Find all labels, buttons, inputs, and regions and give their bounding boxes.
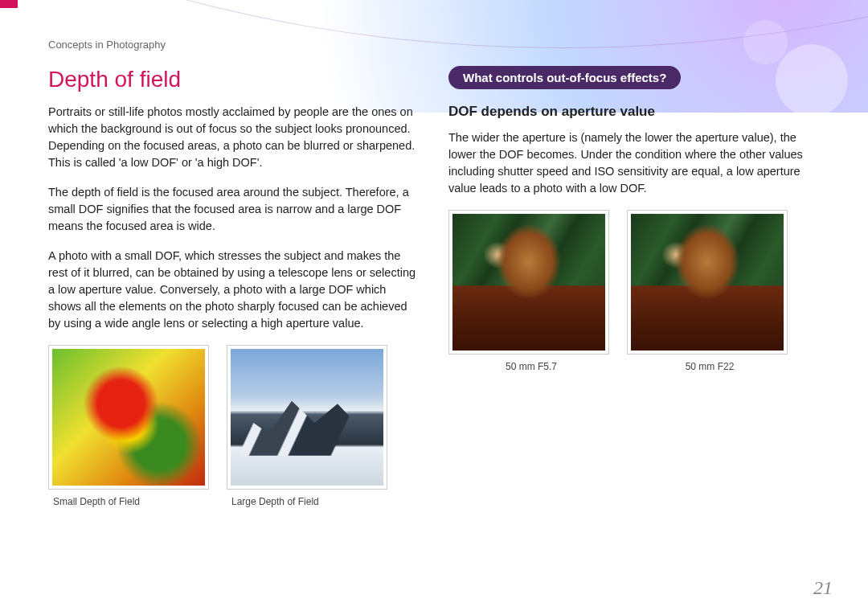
body-paragraph: The depth of field is the focused area a… — [48, 184, 420, 235]
figure-large-dof: Large Depth of Field — [227, 345, 387, 507]
left-gallery: Small Depth of Field Large Depth of Fiel… — [48, 345, 420, 507]
body-paragraph: The wider the aperture is (namely the lo… — [448, 129, 820, 197]
tulip-image — [52, 349, 205, 486]
subheading: DOF depends on aperture value — [448, 104, 820, 120]
right-gallery: 50 mm F5.7 50 mm F22 — [448, 210, 820, 372]
image-frame — [627, 210, 788, 355]
grinder-image-deep — [631, 214, 784, 351]
figure-aperture-f22: 50 mm F22 — [627, 210, 788, 372]
image-frame — [448, 210, 609, 355]
page-number: 21 — [813, 577, 833, 599]
page-title: Depth of field — [48, 67, 420, 92]
image-caption: 50 mm F5.7 — [448, 361, 609, 372]
image-frame — [48, 345, 209, 490]
image-caption: 50 mm F22 — [627, 361, 788, 372]
figure-small-dof: Small Depth of Field — [48, 345, 209, 507]
body-paragraph: Portraits or still-life photos mostly ac… — [48, 104, 420, 171]
figure-aperture-f57: 50 mm F5.7 — [448, 210, 609, 372]
mountain-image — [231, 349, 383, 486]
left-column: Concepts in Photography Depth of field P… — [48, 39, 420, 507]
image-caption: Large Depth of Field — [227, 496, 387, 507]
section-pill: What controls out-of-focus effects? — [448, 66, 681, 89]
image-caption: Small Depth of Field — [48, 496, 209, 507]
page-content: Concepts in Photography Depth of field P… — [0, 0, 868, 507]
body-paragraph: A photo with a small DOF, which stresses… — [48, 248, 420, 332]
right-column: What controls out-of-focus effects? DOF … — [448, 39, 820, 507]
breadcrumb: Concepts in Photography — [48, 39, 420, 51]
grinder-image-shallow — [452, 214, 605, 351]
image-frame — [227, 345, 387, 490]
